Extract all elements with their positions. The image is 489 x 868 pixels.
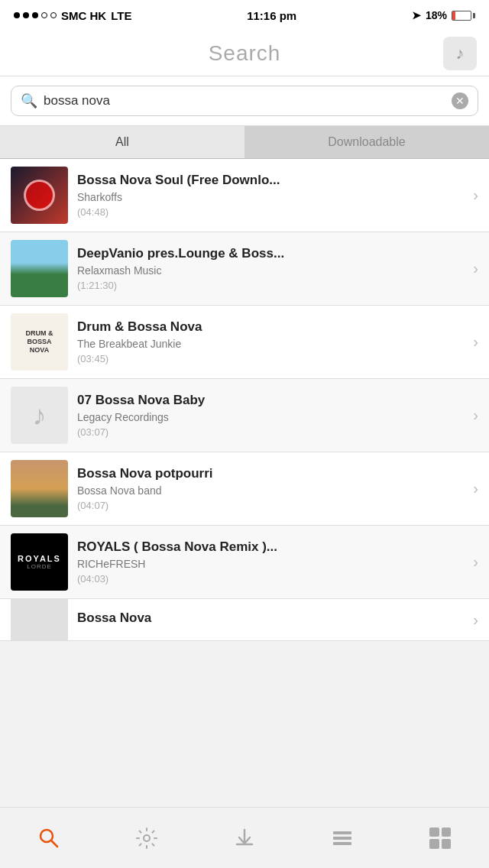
battery-tip (473, 13, 475, 18)
result-artist: Relaxmash Music (77, 264, 464, 277)
result-info-7: Bossa Nova (77, 611, 464, 629)
search-icon (37, 827, 60, 850)
battery-fill (452, 11, 455, 20)
signal-dot-5 (50, 12, 57, 18)
result-title: DeepVanio pres.Lounge & Boss... (77, 246, 464, 261)
bottom-nav (0, 807, 489, 868)
svg-point-2 (144, 835, 150, 841)
result-duration: (04:48) (77, 206, 464, 218)
grid-cell-2 (442, 828, 452, 837)
result-info-2: DeepVanio pres.Lounge & Boss... Relaxmas… (77, 246, 464, 291)
nav-list[interactable] (319, 815, 365, 861)
battery-percentage: 18% (426, 9, 447, 21)
svg-rect-3 (333, 831, 351, 834)
grid-icon (429, 828, 451, 849)
album-art-5 (11, 460, 68, 517)
list-item[interactable]: DeepVanio pres.Lounge & Boss... Relaxmas… (0, 232, 489, 306)
list-item[interactable]: ROYALS LORDE ROYALS ( Bossa Nova Remix )… (0, 526, 489, 599)
royals-text: ROYALS (18, 554, 61, 563)
signal-dot-2 (23, 12, 29, 18)
result-duration: (04:07) (77, 500, 464, 511)
result-artist: Bossa Nova band (77, 484, 464, 497)
album-art-7 (11, 599, 68, 641)
svg-rect-4 (333, 837, 351, 840)
nav-settings[interactable] (124, 815, 170, 861)
lorde-text: LORDE (27, 563, 52, 570)
page-title: Search (209, 41, 281, 66)
result-title: 07 Bossa Nova Baby (77, 393, 464, 408)
result-artist: Legacy Recordings (77, 411, 464, 423)
result-duration: (1:21:30) (77, 280, 464, 291)
svg-rect-5 (333, 842, 351, 845)
list-item[interactable]: DRUM &BOSSANOVA Drum & Bossa Nova The Br… (0, 306, 489, 379)
result-list: Bossa Nova Soul (Free Downlo... Sharkoff… (0, 159, 489, 641)
result-artist: The Breakbeat Junkie (77, 338, 464, 350)
battery-indicator (452, 11, 475, 21)
signal-dot-1 (14, 12, 20, 18)
list-item[interactable]: Bossa Nova Soul (Free Downlo... Sharkoff… (0, 159, 489, 232)
status-right: ➤ 18% (412, 9, 475, 21)
result-duration: (03:45) (77, 353, 464, 364)
clear-button[interactable]: ✕ (452, 92, 468, 109)
result-title: Bossa Nova potpourri (77, 466, 464, 481)
album-art-3: DRUM &BOSSANOVA (11, 313, 68, 371)
chevron-right-icon: › (473, 406, 478, 424)
album-art-2 (11, 240, 68, 297)
time-label: 11:16 pm (247, 9, 296, 22)
search-bar-container: 🔍 ✕ (0, 76, 489, 126)
carrier-label: SMC HK (61, 9, 106, 22)
grid-cell-4 (442, 839, 452, 849)
chevron-right-icon: › (473, 186, 478, 204)
chevron-right-icon: › (473, 553, 478, 571)
result-title: Bossa Nova (77, 611, 464, 626)
nav-download[interactable] (222, 815, 267, 861)
chevron-right-icon: › (473, 333, 478, 351)
result-info-6: ROYALS ( Bossa Nova Remix )... RICHeFRES… (77, 539, 464, 585)
result-artist: RICHeFRESH (77, 558, 464, 570)
album-art-1 (11, 167, 68, 224)
chevron-right-icon: › (473, 611, 478, 629)
result-info-4: 07 Bossa Nova Baby Legacy Recordings (03… (77, 393, 464, 438)
tab-downloadable[interactable]: Downloadable (244, 126, 489, 158)
location-icon: ➤ (412, 9, 421, 21)
music-note-icon: ♪ (456, 44, 465, 63)
gear-icon (135, 827, 158, 850)
header: Search ♪ (0, 31, 489, 76)
chevron-right-icon: › (473, 260, 478, 277)
person-silhouette (11, 460, 68, 517)
signal-dot-4 (41, 12, 47, 18)
list-item[interactable]: Bossa Nova › (0, 599, 489, 641)
grid-cell-1 (429, 828, 439, 837)
album-art-4: ♪ (11, 387, 68, 444)
result-duration: (03:07) (77, 426, 464, 438)
result-title: Drum & Bossa Nova (77, 319, 464, 335)
signal-dot-3 (32, 12, 38, 18)
search-input[interactable] (44, 93, 445, 108)
download-icon (234, 828, 255, 849)
search-bar: 🔍 ✕ (11, 86, 478, 116)
status-left: SMC HK LTE (14, 9, 131, 22)
music-button[interactable]: ♪ (443, 37, 477, 70)
search-icon: 🔍 (21, 92, 37, 109)
chevron-right-icon: › (473, 480, 478, 497)
result-title: ROYALS ( Bossa Nova Remix )... (77, 539, 464, 555)
list-item[interactable]: Bossa Nova potpourri Bossa Nova band (04… (0, 452, 489, 526)
result-duration: (04:03) (77, 573, 464, 585)
drum-label: DRUM &BOSSANOVA (26, 329, 53, 354)
nav-grid[interactable] (417, 815, 463, 861)
grid-cell-3 (429, 839, 439, 849)
result-info-1: Bossa Nova Soul (Free Downlo... Sharkoff… (77, 173, 464, 218)
status-bar: SMC HK LTE 11:16 pm ➤ 18% (0, 0, 489, 31)
svg-line-1 (51, 840, 57, 847)
album-art-6: ROYALS LORDE (11, 533, 68, 591)
network-label: LTE (111, 9, 131, 22)
list-icon (331, 827, 354, 850)
tab-all[interactable]: All (0, 126, 244, 158)
nav-search[interactable] (26, 815, 72, 861)
list-item[interactable]: ♪ 07 Bossa Nova Baby Legacy Recordings (… (0, 379, 489, 452)
result-info-5: Bossa Nova potpourri Bossa Nova band (04… (77, 466, 464, 511)
result-artist: Sharkoffs (77, 191, 464, 203)
filter-tabs: All Downloadable (0, 126, 489, 159)
signal-dots (14, 12, 57, 18)
music-note-icon: ♪ (33, 400, 47, 432)
